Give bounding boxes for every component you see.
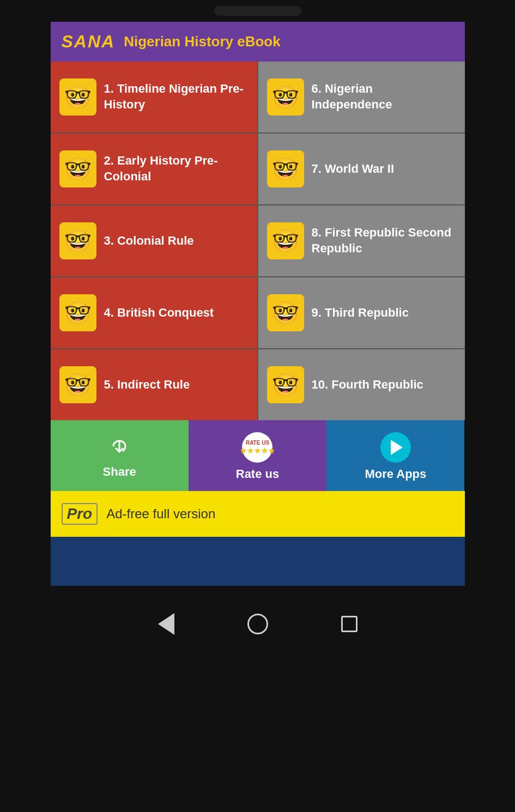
ad-area <box>51 537 465 586</box>
back-button[interactable] <box>153 611 179 637</box>
home-icon <box>247 614 268 634</box>
home-button[interactable] <box>245 611 271 637</box>
menu-item-3[interactable]: 🤓 3. Colonial Rule <box>51 205 257 276</box>
item-label-5: 5. Indirect Rule <box>104 377 190 393</box>
book-icon-6: 🤓 <box>267 78 304 116</box>
menu-item-9[interactable]: 🤓 9. Third Republic <box>258 277 465 348</box>
menu-item-5[interactable]: 🤓 5. Indirect Rule <box>51 349 257 420</box>
menu-item-8[interactable]: 🤓 8. First Republic Second Republic <box>258 205 465 276</box>
pro-logo: Pro <box>62 503 98 525</box>
book-icon-4: 🤓 <box>59 294 96 331</box>
item-label-9: 9. Third Republic <box>312 305 409 321</box>
rate-button[interactable]: RATE US ★★★★★ Rate us <box>189 420 326 491</box>
item-label-10: 10. Fourth Republic <box>312 377 423 393</box>
item-label-4: 4. British Conquest <box>104 305 214 321</box>
status-bar <box>0 0 515 22</box>
item-label-8: 8. First Republic Second Republic <box>312 225 456 256</box>
share-label: Share <box>103 465 136 479</box>
nav-bar <box>0 597 515 651</box>
bottom-buttons: Share RATE US ★★★★★ Rate us More Apps <box>51 420 465 491</box>
menu-item-7[interactable]: 🤓 7. World War II <box>258 134 465 204</box>
sana-logo: SANA <box>62 32 116 52</box>
book-icon-8: 🤓 <box>267 222 304 259</box>
share-icon <box>105 432 134 460</box>
item-label-7: 7. World War II <box>312 161 395 177</box>
item-label-3: 3. Colonial Rule <box>104 233 194 249</box>
rate-label: Rate us <box>236 467 279 481</box>
recent-icon <box>341 616 358 632</box>
app-container: SANA Nigerian History eBook 🤓 1. Timelin… <box>51 22 465 586</box>
phone-frame: SANA Nigerian History eBook 🤓 1. Timelin… <box>0 0 515 812</box>
play-store-icon <box>380 432 411 463</box>
menu-item-6[interactable]: 🤓 6. Nigerian Independence <box>258 62 465 132</box>
book-icon-5: 🤓 <box>59 366 96 403</box>
item-label-6: 6. Nigerian Independence <box>312 81 456 112</box>
menu-item-4[interactable]: 🤓 4. British Conquest <box>51 277 257 348</box>
book-icon-3: 🤓 <box>59 222 96 259</box>
rate-icon: RATE US ★★★★★ <box>242 432 272 463</box>
menu-item-10[interactable]: 🤓 10. Fourth Republic <box>258 349 465 420</box>
book-icon-2: 🤓 <box>59 150 96 187</box>
menu-item-1[interactable]: 🤓 1. Timeline Nigerian Pre-History <box>51 62 257 132</box>
recent-button[interactable] <box>336 611 362 637</box>
more-apps-button[interactable]: More Apps <box>326 420 464 491</box>
item-label-1: 1. Timeline Nigerian Pre-History <box>104 81 249 112</box>
pro-text: Ad-free full version <box>106 506 215 522</box>
share-button[interactable]: Share <box>51 420 189 491</box>
book-icon-10: 🤓 <box>267 366 304 403</box>
book-icon-9: 🤓 <box>267 294 304 331</box>
pro-banner[interactable]: Pro Ad-free full version <box>51 491 465 537</box>
menu-item-2[interactable]: 🤓 2. Early History Pre-Colonial <box>51 134 257 204</box>
app-header: SANA Nigerian History eBook <box>51 22 465 62</box>
item-label-2: 2. Early History Pre-Colonial <box>104 153 249 184</box>
book-icon-1: 🤓 <box>59 78 96 116</box>
back-icon <box>158 613 174 635</box>
header-title: Nigerian History eBook <box>124 33 281 50</box>
menu-grid: 🤓 1. Timeline Nigerian Pre-History 🤓 6. … <box>51 62 465 420</box>
book-icon-7: 🤓 <box>267 150 304 187</box>
more-apps-label: More Apps <box>365 467 426 481</box>
status-notch <box>214 6 301 16</box>
